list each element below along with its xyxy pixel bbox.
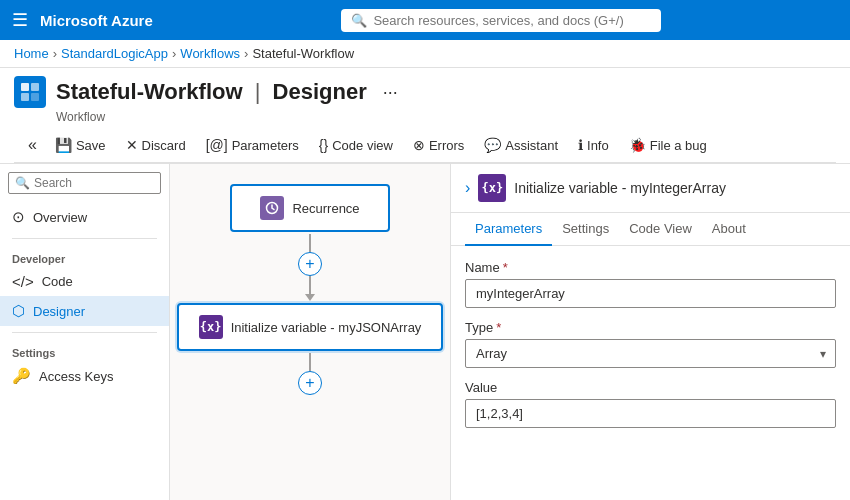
breadcrumb-logic-app[interactable]: StandardLogicApp bbox=[61, 46, 168, 61]
panel-node-icon: {x} bbox=[478, 174, 506, 202]
info-button[interactable]: ℹ Info bbox=[570, 133, 617, 157]
sidebar-item-code[interactable]: </> Code bbox=[0, 267, 169, 296]
main-layout: 🔍 ⊙ Overview Developer </> Code ⬡ Design… bbox=[0, 164, 850, 500]
type-field-label: Type * bbox=[465, 320, 836, 335]
panel-tabs: Parameters Settings Code View About bbox=[451, 213, 850, 246]
save-icon: 💾 bbox=[55, 137, 72, 153]
save-button[interactable]: 💾 Save bbox=[47, 133, 114, 157]
page-title: Stateful-Workflow | Designer bbox=[56, 79, 367, 105]
value-field-label: Value bbox=[465, 380, 836, 395]
breadcrumb-workflows[interactable]: Workflows bbox=[180, 46, 240, 61]
global-search[interactable]: 🔍 bbox=[341, 9, 661, 32]
panel-content: Name * Type * Array Boolean Float Intege… bbox=[451, 246, 850, 500]
right-panel: › {x} Initialize variable - myIntegerArr… bbox=[450, 164, 850, 500]
file-bug-button[interactable]: 🐞 File a bug bbox=[621, 133, 715, 157]
sidebar-item-code-label: Code bbox=[42, 274, 73, 289]
recurrence-node[interactable]: Recurrence bbox=[230, 184, 390, 232]
toolbar: « 💾 Save ✕ Discard [@] Parameters {} Cod… bbox=[14, 128, 836, 163]
breadcrumb-home[interactable]: Home bbox=[14, 46, 49, 61]
name-field-input[interactable] bbox=[465, 279, 836, 308]
errors-icon: ⊗ bbox=[413, 137, 425, 153]
code-view-icon: {} bbox=[319, 137, 328, 153]
sidebar-item-designer-label: Designer bbox=[33, 304, 85, 319]
sidebar-item-access-keys-label: Access Keys bbox=[39, 369, 113, 384]
name-required-indicator: * bbox=[503, 260, 508, 275]
assistant-icon: 💬 bbox=[484, 137, 501, 153]
tab-about[interactable]: About bbox=[702, 213, 756, 246]
global-search-input[interactable] bbox=[373, 13, 651, 28]
add-step-button-1[interactable]: + bbox=[298, 252, 322, 276]
sidebar-item-overview[interactable]: ⊙ Overview bbox=[0, 202, 169, 232]
sidebar: 🔍 ⊙ Overview Developer </> Code ⬡ Design… bbox=[0, 164, 170, 500]
overview-icon: ⊙ bbox=[12, 208, 25, 226]
sidebar-settings-section: Settings bbox=[0, 339, 169, 361]
breadcrumb-current: Stateful-Workflow bbox=[252, 46, 354, 61]
name-field-label: Name * bbox=[465, 260, 836, 275]
svg-rect-2 bbox=[21, 93, 29, 101]
recurrence-node-icon bbox=[260, 196, 284, 220]
code-icon: </> bbox=[12, 273, 34, 290]
workflow-icon bbox=[14, 76, 46, 108]
connector-1: + bbox=[298, 234, 322, 301]
panel-title: Initialize variable - myIntegerArray bbox=[514, 180, 726, 196]
breadcrumb: Home › StandardLogicApp › Workflows › St… bbox=[0, 40, 850, 68]
svg-rect-3 bbox=[31, 93, 39, 101]
svg-rect-0 bbox=[21, 83, 29, 91]
tab-code-view[interactable]: Code View bbox=[619, 213, 702, 246]
sidebar-divider-1 bbox=[12, 238, 157, 239]
svg-rect-1 bbox=[31, 83, 39, 91]
info-icon: ℹ bbox=[578, 137, 583, 153]
sidebar-item-designer[interactable]: ⬡ Designer bbox=[0, 296, 169, 326]
discard-button[interactable]: ✕ Discard bbox=[118, 133, 194, 157]
panel-header: › {x} Initialize variable - myIntegerArr… bbox=[451, 164, 850, 213]
variable-node-icon: {x} bbox=[199, 315, 223, 339]
initialize-variable-label: Initialize variable - myJSONArray bbox=[231, 320, 422, 335]
sidebar-item-overview-label: Overview bbox=[33, 210, 87, 225]
initialize-variable-node[interactable]: {x} Initialize variable - myJSONArray bbox=[177, 303, 444, 351]
parameters-button[interactable]: [@] Parameters bbox=[198, 133, 307, 157]
parameters-icon: [@] bbox=[206, 137, 228, 153]
collapse-sidebar-button[interactable]: « bbox=[22, 132, 43, 158]
app-title: Microsoft Azure bbox=[40, 12, 153, 29]
search-icon: 🔍 bbox=[351, 13, 367, 28]
sidebar-search-icon: 🔍 bbox=[15, 176, 30, 190]
ellipsis-button[interactable]: ··· bbox=[377, 80, 404, 105]
canvas: Recurrence + {x} Initialize variable - m… bbox=[170, 164, 450, 500]
top-navbar: ☰ Microsoft Azure 🔍 bbox=[0, 0, 850, 40]
sidebar-developer-section: Developer bbox=[0, 245, 169, 267]
type-field-select[interactable]: Array Boolean Float Integer Object Strin… bbox=[465, 339, 836, 368]
recurrence-node-label: Recurrence bbox=[292, 201, 359, 216]
sidebar-search[interactable]: 🔍 bbox=[8, 172, 161, 194]
discard-icon: ✕ bbox=[126, 137, 138, 153]
hamburger-icon[interactable]: ☰ bbox=[12, 9, 28, 31]
designer-icon: ⬡ bbox=[12, 302, 25, 320]
add-step-button-2[interactable]: + bbox=[298, 371, 322, 395]
connector-2: + bbox=[298, 353, 322, 395]
value-field-input[interactable] bbox=[465, 399, 836, 428]
tab-parameters[interactable]: Parameters bbox=[465, 213, 552, 246]
sidebar-search-input[interactable] bbox=[34, 176, 154, 190]
bug-icon: 🐞 bbox=[629, 137, 646, 153]
resource-type: Workflow bbox=[56, 110, 836, 124]
sidebar-divider-2 bbox=[12, 332, 157, 333]
tab-settings[interactable]: Settings bbox=[552, 213, 619, 246]
assistant-button[interactable]: 💬 Assistant bbox=[476, 133, 566, 157]
page-header: Stateful-Workflow | Designer ··· Workflo… bbox=[0, 68, 850, 164]
sidebar-item-access-keys[interactable]: 🔑 Access Keys bbox=[0, 361, 169, 391]
type-field-wrap: Array Boolean Float Integer Object Strin… bbox=[465, 339, 836, 368]
panel-expand-icon[interactable]: › bbox=[465, 179, 470, 197]
code-view-button[interactable]: {} Code view bbox=[311, 133, 401, 157]
errors-button[interactable]: ⊗ Errors bbox=[405, 133, 472, 157]
type-required-indicator: * bbox=[496, 320, 501, 335]
access-keys-icon: 🔑 bbox=[12, 367, 31, 385]
